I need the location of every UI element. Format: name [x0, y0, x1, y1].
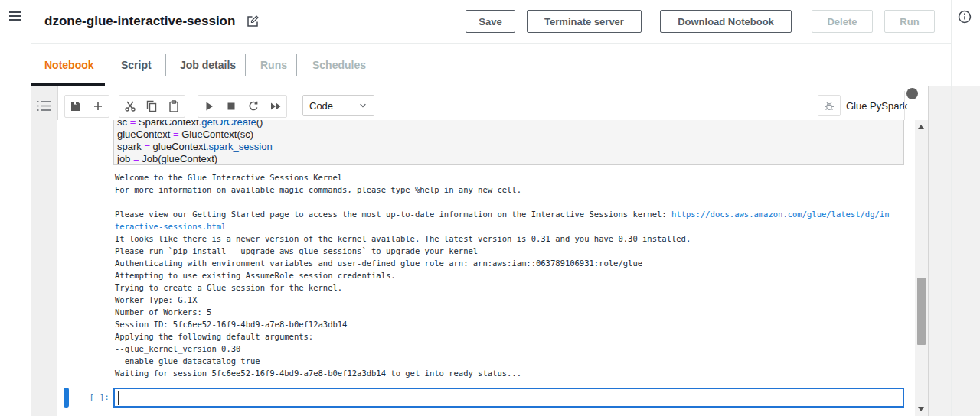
output-line: Number of Workers: 5 — [115, 306, 889, 318]
edit-title-icon[interactable] — [247, 15, 259, 28]
text-cursor — [118, 391, 119, 405]
output-link[interactable]: https://docs.aws.amazon.com/glue/latest/… — [671, 210, 889, 219]
cell-collapser[interactable] — [64, 388, 69, 408]
toolbar-group-run — [198, 95, 287, 118]
cut-icon[interactable] — [124, 100, 136, 112]
output-line: Trying to create a Glue session for the … — [115, 281, 889, 294]
active-tab-underline — [31, 83, 105, 86]
output-line: Please view our Getting Started page to … — [115, 208, 889, 220]
header-divider — [31, 43, 951, 44]
cell-prompt: [ ]: — [77, 388, 109, 408]
run-button[interactable]: Run — [884, 10, 935, 33]
restart-kernel-icon[interactable] — [247, 100, 260, 112]
tab-runs[interactable]: Runs — [260, 44, 287, 86]
debugger-icon — [823, 99, 835, 112]
output-line: teractive-sessions.html — [115, 220, 889, 232]
cell-output: Welcome to the Glue Interactive Sessions… — [115, 171, 889, 379]
page-title: dzone-glue-interactive-session — [44, 0, 235, 43]
output-line: Authenticating with environment variable… — [115, 257, 889, 269]
save-icon[interactable] — [70, 100, 82, 112]
scrollbar-down-arrow[interactable] — [918, 407, 924, 411]
vertical-scrollbar[interactable] — [915, 120, 928, 416]
output-line: --glue_kernel_version 0.30 — [115, 343, 889, 355]
toc-icon[interactable] — [36, 99, 51, 112]
glue-studio-window: dzone-glue-interactive-session SaveTermi… — [0, 0, 980, 416]
tab-script[interactable]: Script — [121, 44, 152, 86]
cell-type-value: Code — [309, 100, 333, 112]
notebook-scroll-area: sc = SparkContext.getOrCreate()glueConte… — [57, 120, 915, 416]
debugger-button[interactable] — [818, 95, 841, 116]
output-link[interactable]: teractive-sessions.html — [115, 222, 226, 231]
tab-notebook[interactable]: Notebook — [44, 44, 94, 86]
code-line: spark = glueContext.spark_session — [117, 141, 900, 153]
output-line: It looks like there is a newer version o… — [115, 232, 889, 245]
toolbar-group-file — [64, 95, 109, 118]
output-line: Worker Type: G.1X — [115, 294, 889, 306]
run-cell-icon[interactable] — [203, 100, 215, 112]
output-line: Session ID: 5fc6ee52-16f9-4bd9-a7e8-b0ef… — [115, 318, 889, 330]
kernel-status-icon — [906, 88, 918, 99]
empty-cell-input[interactable] — [113, 388, 904, 408]
code-line: job = Job(glueContext) — [117, 153, 900, 165]
tab-schedules[interactable]: Schedules — [312, 44, 366, 86]
tab-separator — [245, 54, 246, 76]
copy-icon[interactable] — [145, 100, 158, 112]
download-notebook-button[interactable]: Download Notebook — [660, 10, 792, 33]
chevron-down-icon — [358, 101, 368, 110]
save-button[interactable]: Save — [466, 10, 515, 33]
right-rail-background — [929, 86, 980, 416]
delete-button[interactable]: Delete — [812, 10, 873, 33]
terminate-server-button[interactable]: Terminate server — [527, 10, 642, 33]
notebook-left-gutter — [31, 86, 58, 416]
kernel-selector[interactable]: Glue PySpark — [846, 95, 907, 116]
toolbar-group-edit — [119, 95, 185, 118]
scrollbar-up-arrow[interactable] — [918, 125, 924, 129]
output-line: --enable-glue-datacatalog true — [115, 355, 889, 367]
info-icon[interactable] — [958, 10, 972, 24]
tab-separator — [106, 54, 106, 76]
output-line: Waiting for session 5fc6ee52-16f9-4bd9-a… — [115, 367, 889, 379]
code-cell[interactable]: sc = SparkContext.getOrCreate()glueConte… — [113, 120, 904, 165]
tabs-bottom-border — [31, 86, 980, 86]
cell-type-dropdown[interactable]: Code — [302, 95, 374, 116]
add-cell-icon[interactable] — [92, 100, 104, 112]
output-line: Applying the following default arguments… — [115, 330, 889, 343]
tab-separator — [165, 54, 166, 76]
output-line: Attempting to use existing AssumeRole se… — [115, 269, 889, 281]
help-panel-divider — [951, 0, 952, 416]
code-line: sc = SparkContext.getOrCreate() — [117, 120, 900, 128]
tab-separator — [296, 54, 297, 76]
output-line — [115, 196, 889, 208]
output-line: Welcome to the Glue Interactive Sessions… — [115, 171, 889, 184]
scrollbar-thumb[interactable] — [917, 278, 926, 345]
stop-icon[interactable] — [225, 100, 237, 112]
output-line: Please run `pip install --upgrade aws-gl… — [115, 245, 889, 257]
output-line: For more information on available magic … — [115, 184, 889, 196]
run-all-icon[interactable] — [270, 100, 282, 112]
code-line: glueContext = GlueContext(sc) — [117, 128, 900, 141]
hamburger-menu-icon[interactable] — [8, 8, 23, 24]
kernel-separator — [904, 91, 905, 120]
tab-job-details[interactable]: Job details — [180, 44, 236, 86]
paste-icon[interactable] — [168, 100, 180, 112]
